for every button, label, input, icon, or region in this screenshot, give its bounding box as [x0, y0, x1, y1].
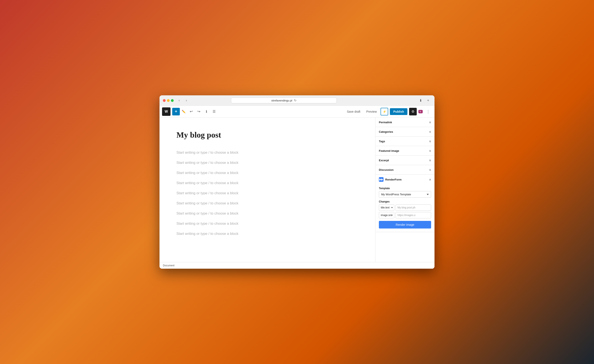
excerpt-header[interactable]: Excerpt ∨ [376, 156, 434, 165]
url-text: strefavendingu.pl [271, 99, 292, 102]
renderform-icon: ▶▶ [379, 177, 384, 182]
wp-logo-text: W [165, 110, 168, 113]
wp-logo: W [162, 107, 170, 116]
permalink-chevron: ∨ [429, 120, 431, 124]
renderform-section: ▶▶ RenderForm ∧ Template My WordPress Te… [376, 175, 434, 232]
post-title[interactable]: My blog post [176, 130, 358, 139]
undo-icon [190, 109, 193, 114]
featured-image-header[interactable]: Featured image ∨ [376, 146, 434, 155]
renderform-icon-text: ▶▶ [379, 178, 383, 181]
close-button[interactable] [163, 99, 166, 102]
renderform-body: Template My WordPress Template Changes t… [376, 184, 434, 232]
download-icon[interactable]: ⬇ [418, 98, 424, 103]
permalink-title: Permalink [379, 121, 392, 124]
add-block-button[interactable]: + [172, 108, 180, 115]
renderform-title: ▶▶ RenderForm [379, 177, 401, 182]
changes-label: Changes [379, 200, 431, 203]
wp-toolbar: W + Save draft Preview [160, 106, 434, 118]
reload-icon[interactable]: ↻ [294, 99, 297, 102]
list-view-button[interactable] [210, 108, 218, 115]
dots-icon [426, 109, 430, 114]
sidebar-section-excerpt: Excerpt ∨ [376, 156, 434, 165]
browser-actions: ⬇ + [418, 98, 431, 103]
publish-button[interactable]: Publish [390, 108, 407, 115]
publish-label: Publish [393, 110, 404, 113]
sidebar-section-featured-image: Featured image ∨ [376, 146, 434, 156]
preview-button[interactable]: Preview [364, 109, 379, 115]
change1-value-input[interactable] [396, 205, 431, 211]
minimize-button[interactable] [167, 99, 170, 102]
renderform-chevron: ∧ [429, 178, 431, 181]
block-placeholder-5[interactable]: Start writing or type / to choose a bloc… [176, 189, 358, 198]
sidebar-section-tags: Tags ∨ [376, 137, 434, 146]
change1-key-select[interactable]: title.text [379, 205, 394, 211]
tags-title: Tags [379, 140, 385, 143]
wp-main: My blog post Start writing or type / to … [160, 118, 434, 262]
info-button[interactable] [203, 108, 210, 115]
forward-button[interactable]: › [183, 98, 189, 103]
featured-image-chevron: ∨ [429, 149, 431, 152]
more-options-button[interactable] [424, 108, 432, 115]
wp-sidebar: Permalink ∨ Categories ∨ Tags ∨ [375, 118, 434, 262]
list-icon [213, 109, 216, 114]
new-tab-icon[interactable]: + [425, 98, 431, 103]
edit-button[interactable] [180, 108, 187, 115]
publish-icon-wrapper[interactable]: ⚡ [381, 108, 388, 115]
changes-row-2: image.src [379, 212, 431, 218]
tags-header[interactable]: Tags ∨ [376, 137, 434, 146]
sidebar-section-discussion: Discussion ∨ [376, 165, 434, 175]
block-placeholder-9[interactable]: Start writing or type / to choose a bloc… [176, 229, 358, 238]
editor-canvas[interactable]: My blog post Start writing or type / to … [160, 118, 375, 262]
pencil-icon [182, 109, 186, 114]
block-placeholder-4[interactable]: Start writing or type / to choose a bloc… [176, 179, 358, 188]
gear-icon [412, 110, 414, 114]
permalink-header[interactable]: Permalink ∨ [376, 118, 434, 127]
renderform-header[interactable]: ▶▶ RenderForm ∧ [376, 175, 434, 184]
undo-button[interactable] [187, 108, 195, 115]
yoast-button[interactable]: Y: [418, 110, 423, 113]
discussion-header[interactable]: Discussion ∨ [376, 165, 434, 174]
tags-chevron: ∨ [429, 139, 431, 143]
categories-title: Categories [379, 130, 393, 133]
wp-editor: W + Save draft Preview [160, 106, 434, 269]
redo-icon [197, 109, 200, 114]
change2-key-select[interactable]: image.src [379, 212, 394, 218]
block-placeholder-3[interactable]: Start writing or type / to choose a bloc… [176, 168, 358, 178]
block-placeholder-7[interactable]: Start writing or type / to choose a bloc… [176, 209, 358, 218]
changes-row-1: title.text [379, 205, 431, 211]
excerpt-title: Excerpt [379, 159, 389, 162]
document-label: Document [163, 264, 175, 267]
toolbar-right: Save draft Preview ⚡ Publish Y: [345, 108, 432, 115]
document-bar: Document [160, 262, 434, 269]
block-placeholder-6[interactable]: Start writing or type / to choose a bloc… [176, 199, 358, 208]
block-placeholder-8[interactable]: Start writing or type / to choose a bloc… [176, 219, 358, 228]
maximize-button[interactable] [171, 99, 174, 102]
nav-arrows: ‹ › [176, 98, 189, 103]
address-bar[interactable]: strefavendingu.pl ↻ [231, 98, 337, 103]
browser-chrome: ‹ › strefavendingu.pl ↻ ⬇ + [160, 95, 434, 106]
block-placeholder-2[interactable]: Start writing or type / to choose a bloc… [176, 158, 358, 167]
template-select[interactable]: My WordPress Template [379, 191, 431, 198]
sidebar-section-permalink: Permalink ∨ [376, 118, 434, 127]
bolt-icon: ⚡ [383, 110, 386, 113]
redo-button[interactable] [195, 108, 203, 115]
sidebar-section-categories: Categories ∨ [376, 127, 434, 137]
block-placeholder-1[interactable]: Start writing or type / to choose a bloc… [176, 148, 358, 157]
add-icon: + [175, 109, 177, 114]
settings-button[interactable] [409, 108, 417, 115]
categories-chevron: ∨ [429, 130, 431, 133]
back-button[interactable]: ‹ [176, 98, 182, 103]
discussion-chevron: ∨ [429, 168, 431, 172]
discussion-title: Discussion [379, 168, 393, 172]
change2-value-input[interactable] [396, 212, 431, 218]
featured-image-title: Featured image [379, 149, 399, 152]
excerpt-chevron: ∨ [429, 159, 431, 162]
save-draft-button[interactable]: Save draft [345, 109, 363, 115]
renderform-name: RenderForm [385, 178, 401, 181]
render-image-button[interactable]: Render image [379, 221, 431, 229]
categories-header[interactable]: Categories ∨ [376, 127, 434, 136]
template-label: Template [379, 187, 431, 190]
traffic-lights [163, 99, 174, 102]
info-icon [206, 109, 207, 114]
yoast-label: Y: [419, 110, 422, 113]
